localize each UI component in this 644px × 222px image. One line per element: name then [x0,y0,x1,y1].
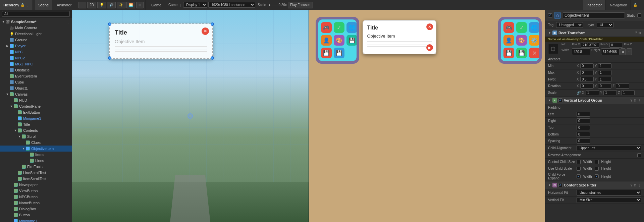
scale-x-input[interactable] [586,90,599,95]
min-y-input[interactable] [598,63,611,68]
layer-select[interactable]: UI [597,22,613,28]
height-input[interactable] [601,48,620,55]
h-item-eventsystem[interactable]: EventSystem [0,73,72,79]
scene-panel-tab[interactable]: Scene [35,0,52,10]
scene-audio-btn[interactable]: 🔊 [107,2,116,8]
navigation-panel-tab[interactable]: Navigation [606,0,631,10]
pivot-x-input[interactable] [580,77,594,82]
obj-name-input[interactable] [563,12,625,18]
csf-more[interactable]: ⋮ [638,183,641,187]
h-item-minigame3[interactable]: Minigame3 [0,115,72,121]
h-item-exitbutton[interactable]: ExitButton [0,109,72,115]
h-item-cube[interactable]: Cube [0,79,72,85]
h-item-contentpanel[interactable]: ▼ ContentPanel [0,103,72,109]
vlg-child-alignment-select[interactable]: Upper Left Upper Center Upper Right [577,145,641,151]
anchor-widget[interactable] [548,44,558,54]
h-item-linescrolltest[interactable]: LineScrollTest [0,170,72,176]
scene-2d-btn[interactable]: 2D [87,2,96,8]
h-item-samplescene[interactable]: ▼ 🎬 SampleScene* ⋮ [0,19,72,25]
min-x-input[interactable] [580,63,594,68]
h-item-contents[interactable]: ▼ Contents [0,127,72,133]
expand-width-checkbox[interactable] [577,174,581,178]
h-item-npcbutton[interactable]: NPCButton [0,194,72,200]
samplescene-more[interactable]: ⋮ [66,20,72,24]
hierarchy-lock-icon[interactable]: 🔒 [20,3,24,7]
scene-pivot-handle[interactable] [187,113,193,119]
vlg-settings[interactable]: ⚙ [634,99,637,102]
csf-horizontal-select[interactable]: Unconstrained Min Size Preferred Size [577,190,641,196]
csf-enabled[interactable] [558,183,562,187]
h-item-hud[interactable]: HUD [0,97,72,103]
vlg-bottom-input[interactable] [577,132,590,137]
h-item-objectiveitem[interactable]: ▼ ObjectiveItem [0,146,72,152]
resolution-select[interactable]: 1920x1080 Landscape [208,2,255,8]
rot-y-input[interactable] [598,84,611,89]
max-x-input[interactable] [580,70,594,75]
pivot-y-input[interactable] [598,77,611,82]
scene-dialog-close[interactable]: ✕ [202,27,209,35]
h-item-itemscrolltest[interactable]: ItemScrollTest [0,176,72,182]
h-item-canvas[interactable]: ▼ Canvas [0,91,72,97]
h-item-clues[interactable]: Clues [0,140,72,146]
h-item-minigame1[interactable]: Minigame1 [0,218,72,222]
h-item-lines[interactable]: Lines [0,158,72,164]
tag-select[interactable]: Untagged [556,22,583,28]
vlg-help[interactable]: ? [630,99,632,102]
scale-width-checkbox[interactable] [577,167,581,171]
h-item-npc2[interactable]: NPC2 [0,55,72,61]
vlg-section-header[interactable]: ▼ ≡ Vertical Layout Group ? ⚙ ⋮ [545,96,644,104]
hierarchy-panel-tab[interactable]: Hierarchy 🔒 ⋮ [0,0,33,10]
rot-x-input[interactable] [580,84,594,89]
h-item-obstacle[interactable]: Obstacle [0,67,72,73]
inspector-panel-tab[interactable]: Inspector [583,0,605,10]
vlg-enabled[interactable] [558,98,562,102]
scene-sky-btn[interactable]: 🌅 [126,2,135,8]
h-item-ground[interactable]: Ground [0,37,72,43]
h-item-directionallight[interactable]: 💡 Directional Light [0,31,72,37]
vlg-right-input[interactable] [577,118,590,123]
vlg-top-input[interactable] [577,125,590,130]
h-item-scroll[interactable]: ▼ Scroll [0,133,72,140]
rt-more-btn[interactable]: ⋯ [627,48,632,55]
h-item-npc[interactable]: NPC [0,49,72,55]
h-item-items[interactable]: Items [0,152,72,158]
h-item-namebutton[interactable]: NameButton [0,200,72,206]
h-item-newspaper[interactable]: Newspaper [0,182,72,188]
scene-viewport[interactable]: Title ✕ Objective Item [72,10,309,222]
csf-section-header[interactable]: ▼ ⊡ Content Size Fitter ? ⚙ ⋮ [545,181,644,189]
h-item-title[interactable]: Title [0,121,72,127]
scene-fx-btn[interactable]: ✨ [117,2,125,8]
game-dialog-close[interactable]: ✕ [426,23,433,30]
scale-height-checkbox[interactable] [595,167,599,171]
rot-z-input[interactable] [616,84,629,89]
scene-grid-btn[interactable]: ⊞ [136,2,144,8]
width-input[interactable] [572,48,590,55]
vlg-spacing-input[interactable] [577,138,590,144]
control-width-checkbox[interactable] [577,160,581,164]
expand-height-checkbox[interactable] [595,174,599,178]
rect-transform-help[interactable]: ? [635,31,637,35]
obj-enabled-checkbox[interactable] [548,13,552,17]
control-height-checkbox[interactable] [595,160,599,164]
h-item-viewbutton[interactable]: ViewButton [0,188,72,194]
h-item-object1[interactable]: Object1 [0,85,72,91]
scale-slider[interactable]: ●─── [268,3,277,7]
display-select[interactable]: Display 1 [183,2,207,8]
h-item-mg1npc[interactable]: MG1_NPC [0,61,72,67]
static-checkbox[interactable] [637,13,641,17]
csf-vertical-select[interactable]: Min Size Unconstrained Preferred Size [577,197,641,203]
h-item-button[interactable]: Button [0,212,72,218]
scene-view-btn[interactable]: ☰ [78,2,86,8]
pos-x-input[interactable] [581,43,599,48]
h-item-firefacts[interactable]: FireFacts [0,164,72,170]
rt-expand-btn[interactable]: ⊠ [621,48,626,55]
vlg-more[interactable]: ⋮ [638,99,641,102]
scene-light-btn[interactable]: 💡 [97,2,106,8]
vlg-reverse-checkbox[interactable] [637,153,641,157]
h-item-player[interactable]: ▶ Player [0,43,72,49]
h-item-dialogbox[interactable]: DialogBox [0,206,72,212]
play-focused-btn[interactable]: Play Focused [288,2,313,8]
csf-settings[interactable]: ⚙ [634,183,637,187]
game-panel-tab[interactable]: Game [148,0,165,10]
rect-transform-section-header[interactable]: ▼ ⊞ Rect Transform ? ⚙ [545,29,644,37]
